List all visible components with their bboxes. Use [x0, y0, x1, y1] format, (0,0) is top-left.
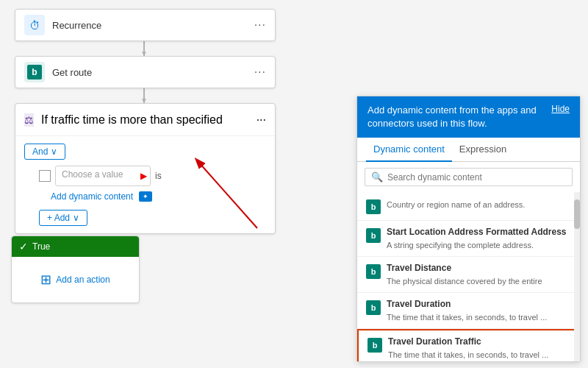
item-title: Travel Distance — [387, 263, 542, 275]
search-box: 🔍 — [365, 168, 573, 186]
get-route-title: Get route — [52, 67, 254, 78]
input-arrow-indicator: ▶ — [140, 171, 147, 181]
arrow-connector-1 — [143, 41, 145, 56]
item-desc: The physical distance covered by the ent… — [387, 276, 542, 286]
bing-icon: b — [368, 338, 382, 353]
panel-tabs: Dynamic content Expression — [357, 138, 580, 162]
arrow-connector-2 — [143, 88, 145, 103]
condition-title: If traffic time is more than specified — [41, 113, 223, 127]
true-checkmark: ✓ — [19, 241, 28, 252]
tab-dynamic-content[interactable]: Dynamic content — [366, 138, 452, 162]
true-label: True — [32, 241, 50, 252]
condition-menu[interactable]: ··· — [257, 113, 266, 127]
step-recurrence[interactable]: ⏱ Recurrence ··· — [15, 9, 276, 41]
item-desc: The time that it takes, in seconds, to t… — [388, 350, 548, 360]
bing-icon: b — [366, 264, 381, 279]
list-item-highlighted[interactable]: b Travel Duration Traffic The time that … — [357, 329, 580, 361]
panel-header: Add dynamic content from the apps and co… — [357, 96, 580, 138]
add-dynamic-content-link[interactable]: Add dynamic content — [51, 191, 133, 202]
get-route-menu[interactable]: ··· — [254, 66, 266, 79]
content-list: b Country or region name of an address. … — [357, 192, 580, 361]
bing-icon: b — [366, 199, 381, 214]
step-get-route[interactable]: b Get route ··· — [15, 56, 276, 88]
condition-header: ⚖ If traffic time is more than specified… — [15, 104, 275, 136]
get-route-icon: b — [24, 62, 45, 82]
panel-header-text: Add dynamic content from the apps and co… — [368, 104, 544, 130]
item-title: Travel Duration Traffic — [388, 336, 548, 348]
dynamic-panel: Add dynamic content from the apps and co… — [356, 96, 581, 362]
true-body: ⊞ Add an action — [12, 257, 139, 302]
dynamic-content-link-row: Add dynamic content ✦ — [51, 189, 266, 202]
scrollbar-thumb[interactable] — [574, 199, 580, 229]
true-header: ✓ True — [12, 236, 139, 257]
flow-area: ⏱ Recurrence ··· b Get route ··· ⚖ If tr… — [0, 0, 368, 368]
item-desc: Country or region name of an address. — [387, 199, 525, 210]
bing-icon: b — [366, 300, 381, 315]
item-title: Travel Duration — [387, 299, 547, 311]
item-desc: A string specifying the complete address… — [387, 240, 567, 250]
tab-expression[interactable]: Expression — [452, 138, 514, 161]
bing-icon: b — [366, 228, 381, 243]
condition-box: ⚖ If traffic time is more than specified… — [15, 103, 276, 234]
list-item[interactable]: b Start Location Address Formatted Addre… — [357, 221, 580, 257]
value-input-wrapper: Choose a value ▶ — [55, 166, 151, 186]
search-input[interactable] — [387, 172, 566, 183]
canvas: ⏱ Recurrence ··· b Get route ··· ⚖ If tr… — [0, 0, 588, 368]
search-icon: 🔍 — [371, 171, 383, 183]
add-action-icon: ⊞ — [40, 272, 51, 288]
condition-row: Choose a value ▶ is — [39, 166, 266, 186]
add-button[interactable]: + Add ∨ — [39, 210, 87, 226]
condition-icon: ⚖ — [24, 113, 34, 127]
hide-button[interactable]: Hide — [551, 104, 570, 114]
dynamic-icon: ✦ — [139, 191, 152, 202]
list-item[interactable]: b Travel Distance The physical distance … — [357, 257, 580, 293]
item-desc: The time that it takes, in seconds, to t… — [387, 312, 547, 322]
recurrence-title: Recurrence — [52, 20, 254, 31]
list-item[interactable]: b Country or region name of an address. — [357, 192, 580, 221]
and-button[interactable]: And ∨ — [24, 144, 65, 160]
item-title: Start Location Address Formatted Address — [387, 227, 567, 238]
condition-checkbox[interactable] — [39, 170, 51, 182]
recurrence-menu[interactable]: ··· — [254, 18, 266, 32]
list-item[interactable]: b Travel Duration The time that it takes… — [357, 293, 580, 329]
add-action-label: Add an action — [56, 275, 110, 285]
true-branch: ✓ True ⊞ Add an action — [11, 236, 140, 303]
condition-body: And ∨ Choose a value ▶ is Add dynamic co… — [15, 136, 275, 233]
is-text: is — [155, 171, 162, 181]
scrollbar-track — [574, 192, 580, 361]
add-action-button[interactable]: ⊞ Add an action — [19, 272, 132, 288]
value-input[interactable]: Choose a value ▶ — [55, 166, 151, 186]
recurrence-icon: ⏱ — [24, 15, 45, 35]
